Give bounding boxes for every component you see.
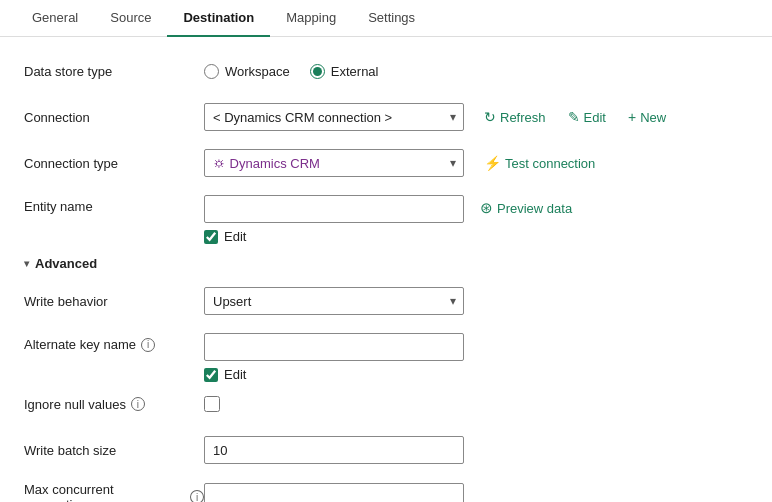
test-connection-icon: ⚡ xyxy=(484,155,501,171)
write-behavior-label: Write behavior xyxy=(24,294,204,309)
alternate-key-row: Alternate key name i Edit xyxy=(24,333,748,386)
connection-type-row: Connection type ⛭ Dynamics CRM ⚡ Test co… xyxy=(24,149,748,177)
connection-actions: ↻ Refresh ✎ Edit + New xyxy=(480,107,670,127)
ignore-null-checkbox[interactable] xyxy=(204,396,220,412)
refresh-button[interactable]: ↻ Refresh xyxy=(480,107,550,127)
write-batch-size-input[interactable] xyxy=(204,436,464,464)
advanced-chevron-icon: ▾ xyxy=(24,258,29,269)
max-concurrent-label: Max concurrent connections i xyxy=(24,482,204,502)
data-store-type-label: Data store type xyxy=(24,64,204,79)
connection-select[interactable]: < Dynamics CRM connection > xyxy=(204,103,464,131)
connection-row: Connection < Dynamics CRM connection > ↻… xyxy=(24,103,748,131)
advanced-label: Advanced xyxy=(35,256,97,271)
preview-data-button[interactable]: ⊛ Preview data xyxy=(480,199,572,217)
tab-settings[interactable]: Settings xyxy=(352,0,431,37)
write-behavior-select-wrapper[interactable]: Upsert Insert Update Delete xyxy=(204,287,464,315)
write-behavior-select[interactable]: Upsert Insert Update Delete xyxy=(204,287,464,315)
external-radio[interactable] xyxy=(310,64,325,79)
preview-data-icon: ⊛ xyxy=(480,199,493,217)
plus-icon: + xyxy=(628,109,636,125)
external-radio-label: External xyxy=(331,64,379,79)
tab-destination[interactable]: Destination xyxy=(167,0,270,37)
external-radio-option[interactable]: External xyxy=(310,64,379,79)
workspace-radio[interactable] xyxy=(204,64,219,79)
entity-name-row: Entity name Edit ⊛ Preview data xyxy=(24,195,748,248)
ignore-null-row: Ignore null values i xyxy=(24,390,748,418)
ignore-null-info-icon: i xyxy=(131,397,145,411)
alternate-key-edit-label[interactable]: Edit xyxy=(224,367,246,382)
tab-bar: General Source Destination Mapping Setti… xyxy=(0,0,772,37)
data-store-type-row: Data store type Workspace External xyxy=(24,57,748,85)
test-connection-button[interactable]: ⚡ Test connection xyxy=(480,153,599,173)
entity-edit-checkbox[interactable] xyxy=(204,230,218,244)
write-batch-size-row: Write batch size xyxy=(24,436,748,464)
tab-source[interactable]: Source xyxy=(94,0,167,37)
refresh-label: Refresh xyxy=(500,110,546,125)
data-store-type-options: Workspace External xyxy=(204,64,684,79)
connection-type-actions: ⚡ Test connection xyxy=(480,153,599,173)
preview-data-label: Preview data xyxy=(497,201,572,216)
tab-mapping[interactable]: Mapping xyxy=(270,0,352,37)
workspace-radio-option[interactable]: Workspace xyxy=(204,64,290,79)
workspace-radio-label: Workspace xyxy=(225,64,290,79)
connection-select-wrapper[interactable]: < Dynamics CRM connection > xyxy=(204,103,464,131)
edit-icon: ✎ xyxy=(568,109,580,125)
write-behavior-row: Write behavior Upsert Insert Update Dele… xyxy=(24,287,748,315)
alternate-key-label: Alternate key name i xyxy=(24,333,204,352)
main-content: Data store type Workspace External Conne… xyxy=(0,37,772,502)
connection-type-label: Connection type xyxy=(24,156,204,171)
edit-connection-label: Edit xyxy=(584,110,606,125)
write-batch-size-label: Write batch size xyxy=(24,443,204,458)
entity-name-input[interactable] xyxy=(204,195,464,223)
tabs-container: General Source Destination Mapping Setti… xyxy=(0,0,772,37)
entity-edit-label[interactable]: Edit xyxy=(224,229,246,244)
max-concurrent-input[interactable] xyxy=(204,483,464,502)
alternate-key-edit-checkbox[interactable] xyxy=(204,368,218,382)
new-label: New xyxy=(640,110,666,125)
edit-connection-button[interactable]: ✎ Edit xyxy=(564,107,610,127)
connection-label: Connection xyxy=(24,110,204,125)
alternate-key-input[interactable] xyxy=(204,333,464,361)
max-concurrent-row: Max concurrent connections i xyxy=(24,482,748,502)
connection-type-select-wrapper[interactable]: ⛭ Dynamics CRM xyxy=(204,149,464,177)
new-button[interactable]: + New xyxy=(624,107,670,127)
test-connection-label: Test connection xyxy=(505,156,595,171)
alternate-key-info-icon: i xyxy=(141,338,155,352)
entity-name-label: Entity name xyxy=(24,195,204,214)
refresh-icon: ↻ xyxy=(484,109,496,125)
max-concurrent-info-icon: i xyxy=(190,490,204,502)
tab-general[interactable]: General xyxy=(16,0,94,37)
advanced-section-toggle[interactable]: ▾ Advanced xyxy=(24,256,748,271)
ignore-null-label: Ignore null values i xyxy=(24,397,204,412)
connection-type-select[interactable]: ⛭ Dynamics CRM xyxy=(204,149,464,177)
